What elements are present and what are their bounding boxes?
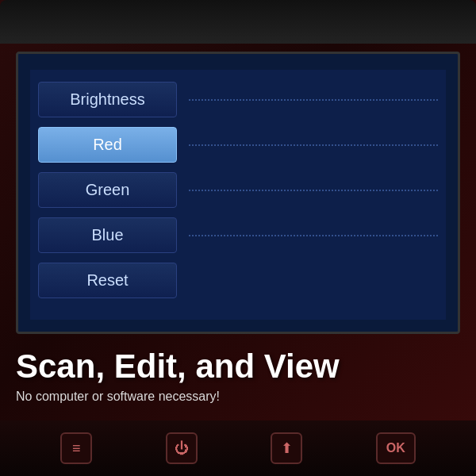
device-outer: Brightness Red Green Blue Reset (0, 0, 476, 476)
upload-icon[interactable]: ⬆ (271, 432, 302, 464)
blue-row: Blue (38, 217, 438, 253)
red-line (189, 144, 438, 146)
reset-button[interactable]: Reset (38, 263, 177, 298)
sub-tagline: No computer or software necessary! (16, 390, 460, 404)
red-button[interactable]: Red (38, 127, 177, 163)
bottom-section: Scan, Edit, and View No computer or soft… (0, 334, 476, 412)
bottom-bar: ≡ ⏻ ⬆ OK (0, 420, 476, 476)
main-tagline: Scan, Edit, and View (16, 348, 460, 385)
brightness-row: Brightness (38, 82, 438, 117)
power-icon[interactable]: ⏻ (166, 432, 198, 464)
blue-line (189, 235, 438, 236)
screen: Brightness Red Green Blue Reset (30, 70, 446, 320)
ok-button[interactable]: OK (376, 432, 416, 464)
menu-icon[interactable]: ≡ (60, 432, 92, 464)
green-line (189, 190, 438, 191)
reset-row: Reset (38, 263, 438, 298)
red-row: Red (38, 127, 438, 163)
green-row: Green (38, 172, 438, 208)
blue-button[interactable]: Blue (38, 217, 177, 253)
screen-wrapper: Brightness Red Green Blue Reset (16, 52, 460, 334)
top-bar (0, 0, 476, 44)
green-button[interactable]: Green (38, 172, 177, 208)
brightness-button[interactable]: Brightness (38, 82, 177, 117)
brightness-line (189, 99, 438, 101)
